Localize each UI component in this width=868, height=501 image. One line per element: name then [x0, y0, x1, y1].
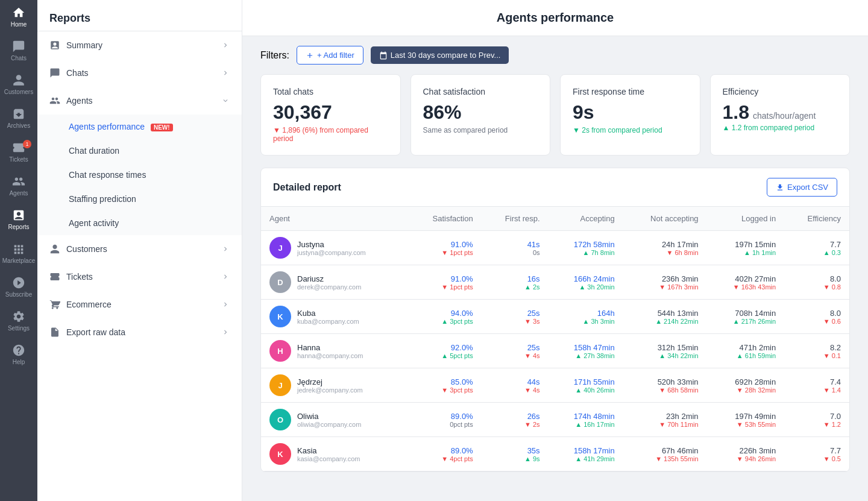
nav-reports-label: Reports: [8, 224, 29, 230]
sidebar-export-label: Export raw data: [66, 327, 125, 337]
not-accepting-change: ▼ 70h 11min: [659, 421, 698, 428]
first-resp-cell: 35s ▲ 9s: [482, 437, 549, 471]
sidebar-subitem-staffing-prediction[interactable]: Staffing prediction: [37, 187, 242, 211]
logged-in-change: ▼ 163h 43min: [733, 283, 776, 291]
nav-agents[interactable]: Agents: [0, 169, 37, 203]
satisfaction-value: 89.0%: [451, 412, 473, 421]
satisfaction-value: 85.0%: [451, 377, 473, 386]
nav-reports[interactable]: Reports: [0, 203, 37, 236]
agent-name: Kuba: [297, 309, 359, 318]
kpi-total-chats-value: 30,367: [273, 101, 388, 124]
avatar: J: [269, 237, 291, 259]
logged-in-value: 226h 3min: [739, 446, 776, 455]
col-logged-in: Logged in: [707, 207, 785, 231]
first-resp-value: 25s: [527, 343, 540, 352]
first-resp-cell: 25s ▼ 3s: [482, 300, 549, 334]
sidebar-subitem-agent-activity[interactable]: Agent activity: [37, 211, 242, 235]
not-accepting-cell: 67h 46min ▼ 135h 55min: [623, 437, 707, 471]
nav-customers[interactable]: Customers: [0, 68, 37, 101]
nav-subscribe[interactable]: Subscribe: [0, 270, 37, 304]
nav-settings[interactable]: Settings: [0, 304, 37, 338]
kpi-total-chats-label: Total chats: [273, 87, 388, 96]
logged-in-cell: 402h 27min ▼ 163h 43min: [707, 265, 785, 300]
agent-cell: J Jędrzej jedrek@company.com: [261, 368, 407, 403]
sidebar-item-customers[interactable]: Customers: [37, 235, 242, 263]
agent-name: Jędrzej: [297, 377, 363, 386]
nav-marketplace[interactable]: Marketplace: [0, 236, 37, 270]
agent-cell: O Oliwia oliwia@company.com: [261, 403, 407, 437]
logged-in-change: ▲ 217h 26min: [733, 318, 776, 325]
agent-email: derek@company.com: [297, 283, 361, 291]
sidebar-subitem-chat-duration[interactable]: Chat duration: [37, 139, 242, 163]
satisfaction-cell: 91.0% ▼ 1pct pts: [407, 231, 482, 265]
efficiency-value: 7.7: [830, 240, 841, 249]
sidebar-item-ecommerce[interactable]: Ecommerce: [37, 291, 242, 318]
logged-in-cell: 471h 2min ▲ 61h 59min: [707, 334, 785, 368]
table-title: Detailed report: [273, 182, 341, 193]
satisfaction-value: 91.0%: [451, 274, 473, 283]
logged-in-cell: 708h 14min ▲ 217h 26min: [707, 300, 785, 334]
chevron-down-icon: [221, 96, 230, 105]
sidebar-item-summary[interactable]: Summary: [37, 31, 242, 59]
efficiency-change: ▼ 0.8: [823, 283, 841, 291]
table-row: J Jędrzej jedrek@company.com 85.0% ▼ 3pc…: [261, 368, 849, 403]
sidebar-subitem-agents-performance[interactable]: Agents performance NEW!: [37, 115, 242, 139]
nav-home-label: Home: [11, 21, 27, 28]
not-accepting-cell: 23h 2min ▼ 70h 11min: [623, 403, 707, 437]
date-filter-button[interactable]: Last 30 days compare to Prev...: [371, 46, 509, 64]
chevron-right-icon: [221, 41, 230, 49]
agent-cell: H Hanna hanna@company.com: [261, 334, 407, 368]
agent-email: jedrek@company.com: [297, 386, 363, 394]
first-resp-change: ▲ 9s: [524, 455, 540, 462]
sidebar-subitem-chat-response-times[interactable]: Chat response times: [37, 163, 242, 187]
logged-in-value: 402h 27min: [735, 274, 776, 283]
accepting-cell: 172h 58min ▲ 7h 8min: [549, 231, 623, 265]
accepting-value: 166h 24min: [574, 274, 615, 283]
avatar: J: [269, 374, 291, 396]
filters-bar: Filters: + Add filter Last 30 days compa…: [242, 36, 868, 74]
not-accepting-value: 67h 46min: [662, 446, 699, 455]
efficiency-value: 7.0: [830, 412, 841, 421]
satisfaction-cell: 94.0% ▲ 3pct pts: [407, 300, 482, 334]
sidebar-item-tickets[interactable]: Tickets: [37, 263, 242, 291]
sidebar-item-export-raw-data[interactable]: Export raw data: [37, 318, 242, 346]
add-filter-button[interactable]: + Add filter: [297, 46, 363, 65]
first-resp-cell: 41s 0s: [482, 231, 549, 265]
not-accepting-change: ▼ 68h 58min: [659, 386, 698, 394]
not-accepting-value: 23h 2min: [666, 412, 698, 421]
kpi-efficiency-big-value: 1.8: [723, 101, 749, 124]
satisfaction-change: ▲ 3pct pts: [441, 318, 473, 325]
sidebar-item-agents[interactable]: Agents: [37, 87, 242, 115]
efficiency-value: 7.4: [830, 377, 841, 386]
sidebar-item-chats[interactable]: Chats: [37, 59, 242, 87]
kpi-response-change-text: ▼ 2s from compared period: [573, 126, 662, 134]
chevron-right-icon: [221, 245, 230, 253]
not-accepting-value: 312h 15min: [658, 343, 699, 352]
nav-help[interactable]: Help: [0, 338, 37, 371]
logged-in-change: ▲ 61h 59min: [737, 352, 776, 359]
nav-chats[interactable]: Chats: [0, 34, 37, 68]
logged-in-value: 471h 2min: [739, 343, 776, 352]
efficiency-change: ▼ 0.1: [823, 352, 841, 359]
kpi-efficiency-label: Efficiency: [723, 87, 838, 96]
agents-submenu: Agents performance NEW! Chat duration Ch…: [37, 115, 242, 235]
first-resp-change: ▼ 2s: [524, 421, 540, 428]
accepting-value: 158h 47min: [574, 343, 615, 352]
export-csv-label: Export CSV: [787, 183, 828, 192]
export-csv-button[interactable]: Export CSV: [767, 178, 837, 197]
nav-tickets[interactable]: Tickets 1: [0, 135, 37, 169]
col-agent: Agent: [261, 207, 407, 231]
sidebar-summary-label: Summary: [66, 40, 102, 50]
sidebar-ecommerce-label: Ecommerce: [66, 300, 112, 309]
chevron-right-icon: [221, 69, 230, 77]
kpi-cards: Total chats 30,367 ▼ 1,896 (6%) from com…: [242, 74, 868, 168]
accepting-value: 158h 17min: [574, 446, 615, 455]
nav-home[interactable]: Home: [0, 0, 37, 34]
efficiency-change: ▲ 0.3: [823, 249, 841, 256]
nav-archives[interactable]: Archives: [0, 101, 37, 135]
efficiency-cell: 7.7 ▼ 0.5: [784, 437, 849, 471]
satisfaction-value: 91.0%: [451, 240, 473, 249]
logged-in-cell: 226h 3min ▼ 94h 26min: [707, 437, 785, 471]
sidebar-title: Reports: [37, 0, 242, 31]
agent-name: Oliwia: [297, 412, 361, 421]
